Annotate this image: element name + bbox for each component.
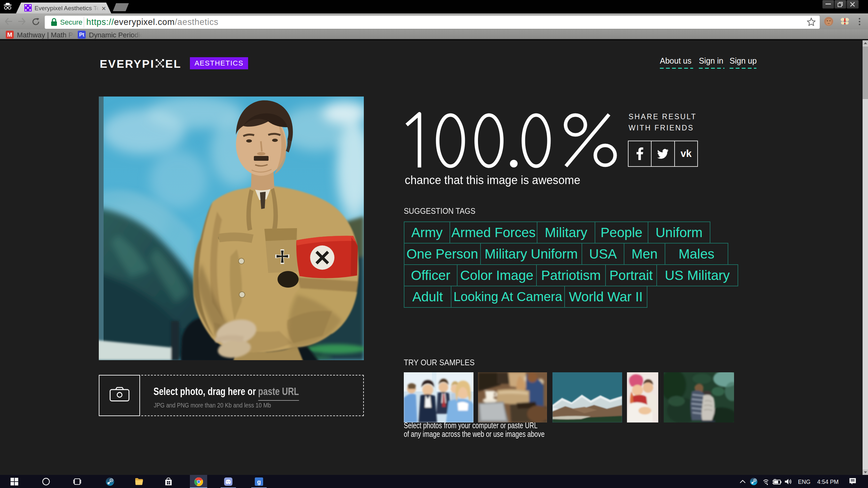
svg-text:g: g — [257, 479, 261, 485]
svg-text:vk: vk — [681, 149, 692, 159]
